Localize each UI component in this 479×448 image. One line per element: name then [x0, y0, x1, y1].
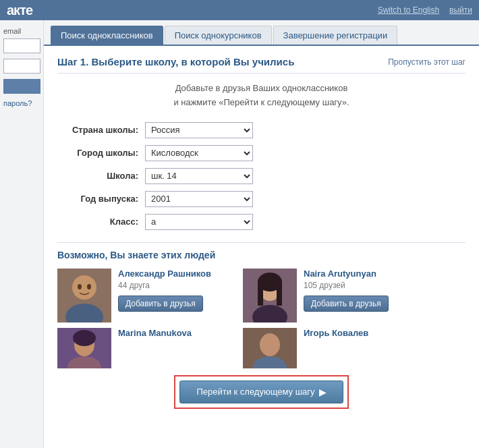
people-title: Возможно, Вы знаете этих людей: [57, 250, 466, 260]
header: акте Switch to English выйти: [0, 0, 479, 20]
switch-language-link[interactable]: Switch to English: [378, 5, 439, 15]
password-input[interactable]: [3, 59, 40, 74]
next-step-label: Перейти к следующему шагу: [196, 387, 314, 397]
next-step-wrapper: Перейти к следующему шагу ▶: [174, 375, 348, 409]
people-section: Возможно, Вы знаете этих людей: [57, 242, 466, 368]
person-photo-svg-4: [243, 328, 297, 368]
email-label: email: [3, 27, 40, 35]
school-label: Школа:: [57, 171, 145, 181]
person-photo-svg-2: [243, 269, 297, 323]
svg-point-4: [87, 284, 91, 289]
school-row: Школа: шк. 14: [57, 168, 466, 184]
svg-point-14: [73, 330, 96, 346]
year-label: Год выпуска:: [57, 194, 145, 204]
add-friend-button-2[interactable]: Добавить в друзья: [304, 296, 389, 312]
svg-point-17: [260, 333, 280, 356]
country-row: Страна школы: Россия: [57, 122, 466, 138]
person-card-2: Naira Arutyunyan 105 друзей Добавить в д…: [243, 269, 418, 323]
year-select[interactable]: 2001: [145, 191, 253, 207]
main-content: Поиск одноклассников Поиск однокурсников…: [44, 20, 479, 448]
class-row: Класс: а: [57, 214, 466, 230]
person-name-1[interactable]: Александр Рашников: [118, 269, 233, 279]
person-info-4: Игорь Ковалев: [304, 328, 418, 340]
person-info-3: Marina Manukova: [118, 328, 233, 340]
next-step-button[interactable]: Перейти к следующему шагу ▶: [179, 381, 343, 403]
skip-step-link[interactable]: Пропустить этот шаг: [388, 57, 466, 67]
school-select[interactable]: шк. 14: [145, 168, 253, 184]
svg-point-3: [78, 284, 82, 289]
header-right: Switch to English выйти: [378, 5, 472, 15]
year-row: Год выпуска: 2001: [57, 191, 466, 207]
country-select[interactable]: Россия: [145, 122, 253, 138]
logo: акте: [7, 3, 32, 18]
person-photo-1: [57, 269, 111, 323]
person-photo-svg-3: [57, 328, 111, 368]
logout-button[interactable]: выйти: [449, 5, 472, 15]
city-label: Город школы:: [57, 148, 145, 158]
person-photo-4: [243, 328, 297, 368]
layout: email пароль? Поиск одноклассников Поиск…: [0, 20, 479, 448]
people-grid-row2: Marina Manukova Игорь Ковалев: [57, 328, 466, 368]
person-info-2: Naira Arutyunyan 105 друзей Добавить в д…: [304, 269, 418, 312]
content-area: Шаг 1. Выберите школу, в которой Вы учил…: [44, 46, 479, 426]
step-header: Шаг 1. Выберите школу, в которой Вы учил…: [57, 56, 466, 74]
class-label: Класс:: [57, 217, 145, 227]
forgot-password-link[interactable]: пароль?: [3, 99, 40, 107]
login-button[interactable]: [3, 79, 40, 94]
description-line2: и нажмите «Перейти к следующему шагу».: [57, 96, 466, 110]
class-select[interactable]: а: [145, 214, 253, 230]
svg-rect-10: [277, 282, 282, 306]
person-friends-2: 105 друзей: [304, 281, 418, 290]
school-form: Страна школы: Россия Город школы: Кислов…: [57, 122, 466, 230]
person-card-3: Marina Manukova: [57, 328, 233, 368]
person-card-1: Александр Рашников 44 друга Добавить в д…: [57, 269, 233, 323]
person-photo-3: [57, 328, 111, 368]
description-line1: Добавьте в друзья Ваших одноклассников: [57, 82, 466, 96]
person-friends-1: 44 друга: [118, 281, 233, 290]
sidebar: email пароль?: [0, 20, 44, 448]
city-select[interactable]: Кисловодск: [145, 145, 253, 161]
person-name-3[interactable]: Marina Manukova: [118, 328, 233, 338]
person-photo-2: [243, 269, 297, 323]
person-photo-svg-1: [57, 269, 111, 323]
tab-complete-registration[interactable]: Завершение регистрации: [273, 26, 398, 45]
email-input[interactable]: [3, 38, 40, 53]
add-friend-button-1[interactable]: Добавить в друзья: [118, 296, 203, 312]
person-name-2[interactable]: Naira Arutyunyan: [304, 269, 418, 279]
tab-classmates[interactable]: Поиск одноклассников: [51, 26, 163, 45]
city-row: Город школы: Кисловодск: [57, 145, 466, 161]
person-card-4: Игорь Ковалев: [243, 328, 418, 368]
tabs-bar: Поиск одноклассников Поиск однокурсников…: [44, 20, 479, 46]
next-step-area: Перейти к следующему шагу ▶: [57, 375, 466, 409]
step-description: Добавьте в друзья Ваших одноклассников и…: [57, 82, 466, 110]
svg-point-1: [72, 275, 96, 300]
tab-coursemates[interactable]: Поиск однокурсников: [165, 26, 272, 45]
step-title: Шаг 1. Выберите школу, в которой Вы учил…: [57, 56, 294, 67]
person-info-1: Александр Рашников 44 друга Добавить в д…: [118, 269, 233, 312]
person-name-4[interactable]: Игорь Ковалев: [304, 328, 418, 338]
next-arrow-icon: ▶: [319, 387, 327, 397]
svg-rect-9: [258, 282, 263, 306]
country-label: Страна школы:: [57, 125, 145, 135]
people-grid-row1: Александр Рашников 44 друга Добавить в д…: [57, 269, 466, 323]
